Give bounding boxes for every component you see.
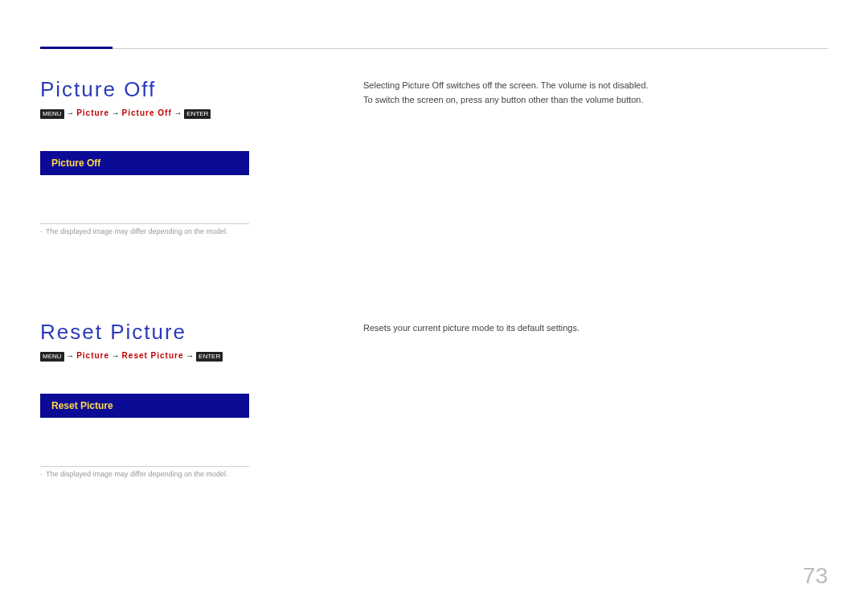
body-text-picture-off-1: Selecting Picture Off switches off the s…: [363, 80, 829, 90]
footnote-reset-picture: -The displayed image may differ dependin…: [40, 470, 338, 478]
section-title-reset-picture: Reset Picture: [40, 320, 338, 345]
breadcrumb-picture-off: MENU → Picture → Picture Off → ENTER: [40, 108, 338, 119]
menu-item-reset-picture: Reset Picture: [40, 394, 249, 418]
footnote-picture-off: -The displayed image may differ dependin…: [40, 227, 338, 235]
breadcrumb-reset-picture: MENU → Picture → Reset Picture → ENTER: [40, 351, 338, 362]
section-divider: [40, 223, 249, 224]
body-text-picture-off-2: To switch the screen on, press any butto…: [363, 95, 829, 104]
menu-key-icon: MENU: [40, 352, 64, 362]
enter-key-icon: ENTER: [196, 352, 223, 362]
menu-preview-reset-picture: Reset Picture: [40, 394, 249, 418]
menu-preview-picture-off: Picture Off: [40, 151, 249, 175]
page-number: 73: [803, 563, 828, 589]
enter-key-icon: ENTER: [184, 109, 211, 119]
page-top-accent: [40, 47, 113, 49]
menu-key-icon: MENU: [40, 109, 64, 119]
body-text-reset-picture-1: Resets your current picture mode to its …: [363, 323, 829, 333]
page-top-rule: [40, 48, 828, 49]
section-title-picture-off: Picture Off: [40, 77, 338, 102]
section-divider: [40, 466, 249, 467]
menu-item-picture-off: Picture Off: [40, 151, 249, 175]
